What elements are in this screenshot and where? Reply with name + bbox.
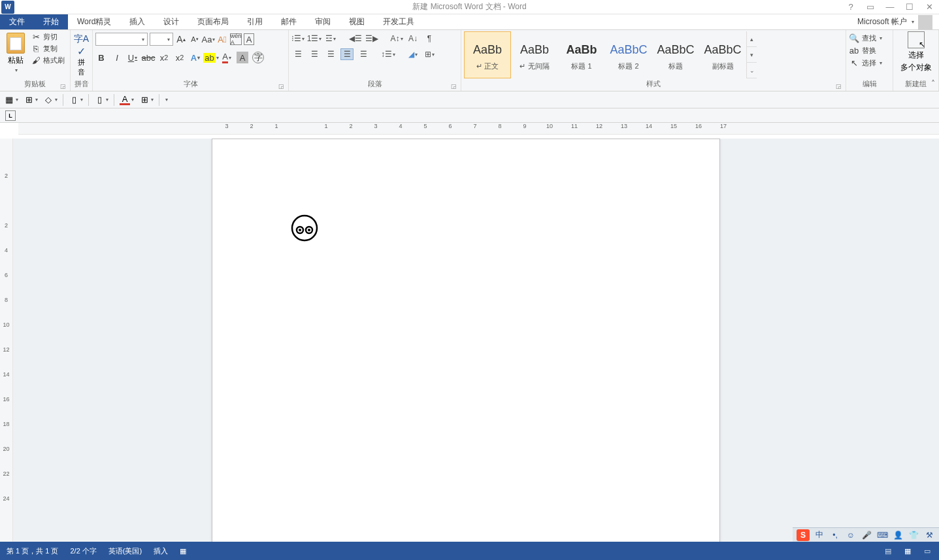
grow-font-button[interactable]: A▴ [175, 33, 187, 45]
superscript-button[interactable]: x2 [174, 52, 186, 63]
tab-review[interactable]: 审阅 [306, 14, 340, 29]
font-color-button[interactable]: A▾ [221, 52, 233, 63]
styles-scroll-up-icon[interactable]: ▴ [747, 31, 757, 47]
ime-punct-icon[interactable]: •, [829, 529, 841, 541]
font-size-combo[interactable]: ▾ [150, 33, 173, 46]
print-layout-icon[interactable]: ▦ [900, 544, 915, 557]
qat-item-6[interactable]: A▾ [120, 95, 134, 105]
status-mode[interactable]: 插入 [154, 546, 168, 556]
minimize-icon[interactable]: ― [880, 1, 900, 14]
clear-format-button[interactable]: A⃠ [216, 33, 228, 45]
paste-button[interactable]: 粘贴 ▾ [3, 31, 29, 74]
pinyin-button[interactable]: 字A ✓ 拼 音 [74, 33, 89, 77]
align-distribute-button[interactable]: ☰ [357, 48, 370, 60]
help-icon[interactable]: ? [841, 1, 861, 14]
ime-skin-icon[interactable]: 👕 [908, 529, 919, 541]
close-icon[interactable]: ✕ [919, 1, 939, 14]
increase-indent-button[interactable]: ☰▶ [365, 33, 378, 44]
tab-mailings[interactable]: 邮件 [272, 14, 306, 29]
style-no-spacing[interactable]: AaBb↵ 无间隔 [511, 31, 558, 78]
underline-button[interactable]: U▾ [127, 52, 139, 63]
format-painter-button[interactable]: 🖌格式刷 [31, 55, 65, 65]
strikethrough-button[interactable]: abc [142, 52, 154, 63]
qat-item-1[interactable]: ▦▾ [4, 95, 18, 105]
web-layout-icon[interactable]: ▭ [919, 544, 935, 557]
align-right-button[interactable]: ☰ [324, 48, 337, 60]
status-language[interactable]: 英语(美国) [108, 546, 142, 556]
styles-launcher-icon[interactable]: ◲ [836, 83, 842, 90]
style-title[interactable]: AaBbC标题 [652, 31, 699, 78]
line-spacing-button[interactable]: ↕☰▾ [382, 48, 395, 60]
clipboard-launcher-icon[interactable]: ◲ [60, 83, 66, 90]
text-direction-button[interactable]: A↕▾ [390, 33, 403, 44]
tab-insert[interactable]: 插入 [120, 14, 154, 29]
shrink-font-button[interactable]: A▾ [189, 33, 201, 45]
style-normal[interactable]: AaBb↵ 正文 [464, 31, 511, 78]
bold-button[interactable]: B [95, 52, 107, 63]
tab-selector[interactable]: L [5, 110, 16, 121]
ime-emoji-icon[interactable]: ☺ [845, 529, 857, 541]
maximize-icon[interactable]: ☐ [900, 1, 919, 14]
ime-keyboard-icon[interactable]: ⌨ [876, 529, 888, 541]
align-center-button[interactable]: ☰ [308, 48, 321, 60]
styles-scroll-down-icon[interactable]: ▾ [747, 47, 757, 63]
qat-customize[interactable]: ▾ [165, 97, 168, 103]
enclose-char-button[interactable]: 字 [252, 52, 264, 63]
status-words[interactable]: 2/2 个字 [70, 546, 96, 556]
style-subtitle[interactable]: AaBbC副标题 [699, 31, 746, 78]
qat-item-5[interactable]: ▯▾ [94, 95, 108, 105]
character-border-button[interactable]: A [244, 33, 254, 45]
subscript-button[interactable]: x2 [158, 52, 170, 63]
style-heading2[interactable]: AaBbC标题 2 [605, 31, 652, 78]
shading-button[interactable]: ◢▾ [406, 48, 420, 60]
sogou-icon[interactable]: S [797, 529, 810, 541]
decrease-indent-button[interactable]: ◀☰ [349, 33, 362, 44]
font-name-combo[interactable]: ▾ [95, 33, 148, 46]
highlight-button[interactable]: ab▾ [205, 52, 217, 63]
sort-button[interactable]: A↓ [406, 33, 420, 44]
copy-button[interactable]: ⎘复制 [31, 43, 65, 54]
tab-file[interactable]: 文件 [0, 14, 34, 29]
tab-developer[interactable]: 开发工具 [374, 14, 423, 29]
replace-button[interactable]: ab替换 [849, 45, 876, 56]
ime-cn-button[interactable]: 中 [814, 529, 825, 541]
read-mode-icon[interactable]: ▤ [880, 544, 896, 557]
ime-tools-icon[interactable]: ⚒ [923, 529, 935, 541]
account-area[interactable]: Microsoft 帐户 ▾ [857, 14, 932, 29]
vertical-ruler[interactable]: 224681012141618202224 [0, 139, 13, 542]
page-content[interactable] [212, 139, 719, 317]
align-justify-button[interactable]: ☰ [340, 48, 354, 60]
cut-button[interactable]: ✂剪切 [31, 31, 65, 42]
tab-design[interactable]: 设计 [154, 14, 188, 29]
ime-user-icon[interactable]: 👤 [892, 529, 904, 541]
numbering-button[interactable]: 1☰▾ [308, 33, 321, 44]
phonetic-guide-button[interactable]: wénA [230, 33, 242, 45]
paste-dropdown-icon[interactable]: ▾ [15, 67, 18, 73]
ime-mic-icon[interactable]: 🎤 [861, 529, 872, 541]
tab-layout[interactable]: 页面布局 [188, 14, 238, 29]
font-launcher-icon[interactable]: ◲ [278, 83, 284, 90]
tab-view[interactable]: 视图 [340, 14, 374, 29]
italic-button[interactable]: I [111, 52, 123, 63]
show-marks-button[interactable]: ¶ [423, 33, 436, 44]
borders-button[interactable]: ⊞▾ [423, 48, 436, 60]
horizontal-ruler[interactable]: 3211234567891011121314151617 [18, 123, 939, 135]
styles-more-icon[interactable]: ⌄ [747, 63, 757, 78]
style-heading1[interactable]: AaBb标题 1 [558, 31, 605, 78]
align-left-button[interactable]: ☰ [291, 48, 305, 60]
status-page[interactable]: 第 1 页，共 1 页 [7, 546, 58, 556]
bullets-button[interactable]: ⁝☰▾ [291, 33, 305, 44]
character-shading-button[interactable]: A [237, 52, 248, 63]
paragraph-launcher-icon[interactable]: ◲ [451, 83, 457, 90]
select-objects-button[interactable]: ↖ 选择 多个对象 [897, 31, 936, 73]
qat-item-2[interactable]: ⊞▾ [24, 95, 38, 105]
text-effects-button[interactable]: A▾ [189, 52, 201, 63]
styles-gallery[interactable]: AaBb↵ 正文 AaBb↵ 无间隔 AaBb标题 1 AaBbC标题 2 Aa… [464, 31, 757, 78]
tab-references[interactable]: 引用 [238, 14, 272, 29]
multilevel-button[interactable]: ☲▾ [324, 33, 337, 44]
qat-item-7[interactable]: ⊞▾ [139, 95, 154, 105]
change-case-button[interactable]: Aa▾ [203, 33, 214, 45]
tab-home[interactable]: 开始 [34, 14, 68, 29]
status-macro-icon[interactable]: ▦ [180, 547, 186, 555]
find-button[interactable]: 🔍查找▾ [849, 33, 882, 43]
